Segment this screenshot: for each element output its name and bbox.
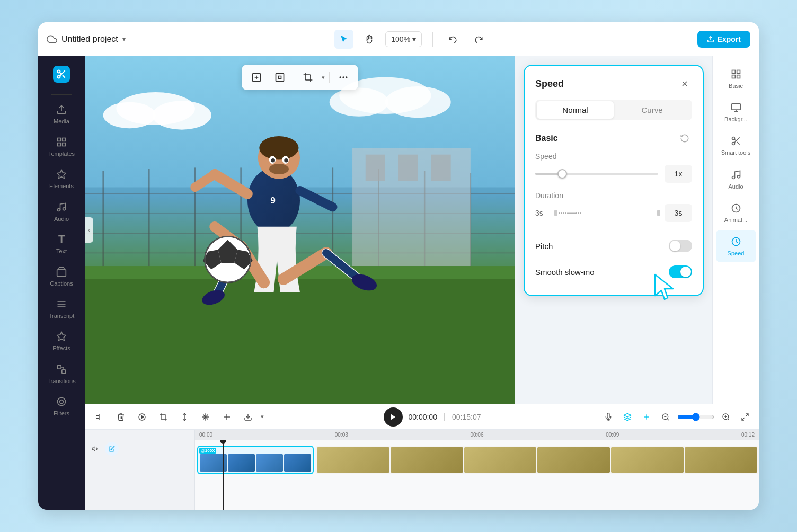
svg-rect-18 xyxy=(58,365,61,369)
zoom-in-button[interactable] xyxy=(719,410,733,424)
svg-point-55 xyxy=(259,136,298,160)
project-title: Untitled project xyxy=(61,34,118,44)
ai-edit-button[interactable] xyxy=(639,410,654,424)
right-item-basic[interactable]: Basic xyxy=(716,63,756,95)
current-time-display: 00:00:00 xyxy=(408,413,437,421)
mic-button[interactable] xyxy=(601,410,616,424)
basic-label: Basic xyxy=(729,83,743,90)
export-down-button[interactable] xyxy=(240,409,256,425)
add-media-overlay-button[interactable] xyxy=(247,68,266,87)
crop-tool-button[interactable] xyxy=(155,409,172,425)
split-tool-button[interactable] xyxy=(176,409,193,425)
sidebar-item-media[interactable]: Media xyxy=(42,99,81,129)
captions-icon xyxy=(55,265,68,278)
filters-icon xyxy=(55,395,68,408)
fit-frame-button[interactable] xyxy=(270,68,289,87)
dur-dot xyxy=(569,212,571,214)
basic-section-title: Basic xyxy=(535,134,558,143)
svg-rect-50 xyxy=(431,155,451,181)
delete-tool-button[interactable] xyxy=(112,409,129,425)
selected-clip[interactable]: @100X xyxy=(197,446,314,474)
smart-tools-icon xyxy=(730,135,742,147)
pitch-row: Pitch xyxy=(535,233,692,259)
export-chevron-icon: ▾ xyxy=(261,413,264,420)
basic-section-header: Basic xyxy=(535,131,692,146)
audio-label: Audio xyxy=(54,216,69,223)
fullscreen-button[interactable] xyxy=(738,410,752,424)
sidebar-item-text[interactable]: T Text xyxy=(42,229,81,259)
export-button[interactable]: Export xyxy=(697,31,750,48)
svg-point-83 xyxy=(340,76,341,78)
sidebar-item-audio[interactable]: Audio xyxy=(42,197,81,227)
svg-rect-9 xyxy=(63,143,66,146)
right-item-audio[interactable]: Audio xyxy=(716,163,756,196)
ai-split-button[interactable] xyxy=(620,410,635,424)
zoom-slider[interactable] xyxy=(677,413,714,421)
ruler-mark-3: 00:09 xyxy=(606,432,619,438)
normal-tab-button[interactable]: Normal xyxy=(537,101,614,119)
svg-marker-88 xyxy=(655,274,673,299)
pitch-toggle[interactable] xyxy=(669,240,692,252)
track-volume-button[interactable] xyxy=(89,442,102,455)
right-item-smart-tools[interactable]: Smart tools xyxy=(716,129,756,162)
svg-point-11 xyxy=(58,208,60,211)
svg-point-85 xyxy=(346,76,347,78)
smart-tools-label: Smart tools xyxy=(721,149,751,156)
tracks-left-panel xyxy=(85,430,195,510)
speed-tool-button[interactable] xyxy=(218,409,235,425)
freeze-tool-button[interactable] xyxy=(197,409,214,425)
ruler-mark-0: 00:00 xyxy=(199,432,212,438)
svg-point-2 xyxy=(58,76,60,78)
dur-dot xyxy=(571,212,573,214)
zoom-control[interactable]: 100% ▾ xyxy=(385,31,422,47)
sidebar-item-elements[interactable]: Elements xyxy=(42,164,81,194)
duration-value-box: 3s xyxy=(665,204,692,222)
speed-panel-close-button[interactable] xyxy=(677,76,692,91)
sidebar-item-transitions[interactable]: Transitions xyxy=(42,359,81,389)
zoom-out-button[interactable] xyxy=(658,410,673,424)
duration-slider-area[interactable] xyxy=(554,209,660,217)
clip-normal-1[interactable] xyxy=(315,446,759,474)
sidebar-item-transcript[interactable]: Transcript xyxy=(42,294,81,324)
more-options-button[interactable] xyxy=(334,68,353,87)
redo-button[interactable] xyxy=(469,30,488,49)
play-button[interactable] xyxy=(384,407,403,427)
video-track-row: @100X xyxy=(195,445,759,475)
clip-normal-frame xyxy=(685,447,757,473)
timeline-center: 00:00:00 | 00:15:07 xyxy=(268,407,597,427)
crop-button[interactable] xyxy=(298,68,317,87)
timeline-toolbar: ▾ 00:00:00 | 00:15:07 xyxy=(85,404,759,430)
sidebar-item-effects[interactable]: Effects xyxy=(42,326,81,356)
speed-slider-thumb[interactable] xyxy=(557,169,567,179)
track-edit-button[interactable] xyxy=(105,442,119,456)
split-text-tool-button[interactable] xyxy=(91,409,108,425)
play-head-tool-button[interactable] xyxy=(134,409,150,425)
svg-point-12 xyxy=(63,207,66,210)
collapse-sidebar-button[interactable]: ‹ xyxy=(85,217,93,243)
duration-start-label: 3s xyxy=(535,209,550,217)
svg-point-1 xyxy=(58,70,60,73)
dur-dot xyxy=(559,212,560,214)
sidebar-item-templates[interactable]: Templates xyxy=(42,131,81,162)
sidebar-item-filters[interactable]: Filters xyxy=(42,391,81,421)
duration-param-label: Duration xyxy=(535,191,692,200)
select-tool-button[interactable] xyxy=(334,30,353,49)
right-item-speed[interactable]: Speed xyxy=(716,230,756,262)
templates-label: Templates xyxy=(48,150,75,157)
curve-tab-button[interactable]: Curve xyxy=(614,101,690,119)
sidebar-item-captions[interactable]: Captions xyxy=(42,261,81,291)
svg-line-131 xyxy=(742,418,745,420)
svg-point-28 xyxy=(385,86,451,118)
right-item-background[interactable]: Backgr... xyxy=(716,96,756,128)
right-item-animate[interactable]: Animat... xyxy=(716,197,756,229)
undo-button[interactable] xyxy=(444,30,463,49)
speed-slider-row: 1x xyxy=(535,165,692,183)
cursor-indicator xyxy=(650,272,681,306)
reset-button[interactable] xyxy=(677,131,692,146)
svg-point-96 xyxy=(732,137,734,140)
speed-slider-track[interactable] xyxy=(535,173,658,175)
hand-tool-button[interactable] xyxy=(360,30,379,49)
speed-panel-container: Speed Normal Curve Ba xyxy=(515,56,712,404)
svg-rect-19 xyxy=(62,369,66,373)
cloud-icon xyxy=(47,34,57,45)
